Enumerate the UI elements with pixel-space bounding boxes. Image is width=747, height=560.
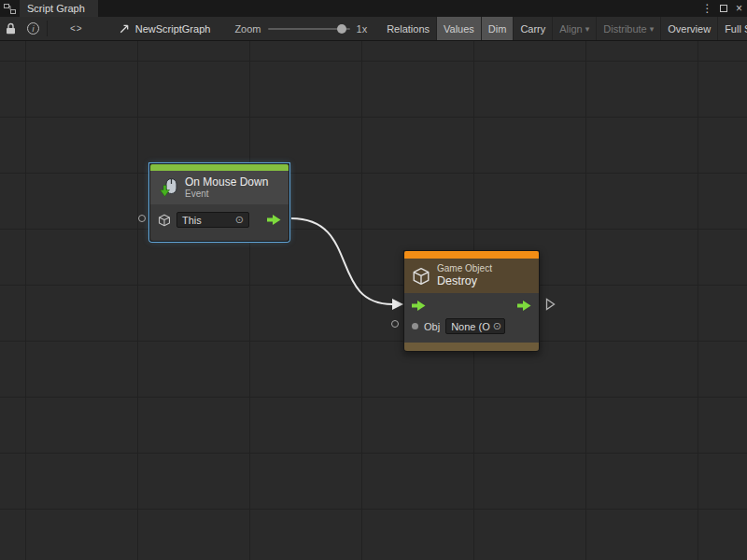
button-distribute[interactable]: Distribute ▾ — [597, 17, 661, 40]
tab-title: Script Graph — [27, 3, 85, 14]
node-accent-strip — [150, 164, 289, 171]
align-label: Align — [559, 23, 582, 35]
button-full-screen[interactable]: Full S — [718, 17, 747, 40]
unconnected-output-port[interactable] — [545, 298, 556, 311]
game-object-icon — [158, 214, 171, 227]
game-object-icon — [412, 267, 430, 286]
script-graph-asset-icon — [119, 23, 130, 35]
obj-input-port[interactable] — [391, 320, 399, 328]
button-carry[interactable]: Carry — [514, 17, 553, 40]
lock-icon — [6, 22, 16, 35]
graph-reference[interactable]: NewScriptGraph — [119, 17, 211, 40]
info-icon: i — [27, 22, 39, 35]
maximize-icon — [720, 5, 727, 12]
distribute-label: Distribute — [603, 23, 646, 35]
lock-button[interactable] — [0, 17, 21, 40]
node-destroy[interactable]: Game Object Destroy — [403, 250, 540, 352]
control-output-port[interactable] — [267, 215, 281, 225]
node-titles: Game Object Destroy — [437, 263, 492, 288]
edit-graph-button[interactable]: <> — [64, 17, 89, 40]
button-dim[interactable]: Dim — [482, 17, 514, 40]
zoom-value: 1x — [357, 23, 368, 35]
obj-field-value: None (O — [451, 321, 490, 332]
node-ports: This ⊙ — [150, 204, 289, 241]
chevron-down-icon: ▾ — [650, 24, 655, 34]
target-field-value: This — [182, 215, 202, 226]
button-relations[interactable]: Relations — [380, 17, 437, 40]
hollow-arrow-icon — [545, 298, 556, 311]
tab-script-graph[interactable]: Script Graph — [20, 0, 98, 17]
graph-toolbar: i <> NewScriptGraph Zoom 1x Relations Va… — [0, 17, 747, 41]
flow-arrow-icon — [412, 301, 426, 311]
toolbar-buttons: Relations Values Dim Carry Align ▾ Distr… — [380, 17, 747, 40]
node-category: Game Object — [437, 263, 492, 274]
zoom-slider-handle[interactable] — [337, 24, 346, 34]
connection-wire — [0, 41, 747, 560]
button-align[interactable]: Align ▾ — [553, 17, 597, 40]
object-picker-icon[interactable]: ⊙ — [235, 214, 244, 226]
obj-field[interactable]: None (O ⊙ — [445, 318, 505, 334]
flow-arrow-icon — [267, 215, 281, 225]
window-menu-button[interactable]: ⋮ — [699, 0, 715, 17]
node-title: On Mouse Down — [185, 175, 268, 189]
obj-label: Obj — [424, 321, 440, 332]
control-output-port[interactable] — [517, 301, 531, 313]
graph-canvas[interactable]: On Mouse Down Event This ⊙ — [0, 41, 747, 560]
obj-input-row: Obj None (O ⊙ — [404, 316, 539, 343]
button-values[interactable]: Values — [437, 17, 482, 40]
flow-arrow-icon — [517, 301, 531, 311]
node-title: Destroy — [437, 274, 492, 288]
button-overview[interactable]: Overview — [661, 17, 718, 40]
node-on-mouse-down[interactable]: On Mouse Down Event This ⊙ — [149, 163, 289, 242]
zoom-label: Zoom — [234, 23, 261, 35]
maximize-button[interactable] — [715, 0, 731, 17]
window-titlebar: Script Graph ⋮ × — [0, 0, 747, 17]
graph-window-icon — [0, 0, 20, 17]
node-accent-strip — [404, 251, 539, 259]
node-header[interactable]: On Mouse Down Event — [150, 171, 289, 204]
zoom-slider[interactable] — [268, 28, 350, 30]
chevron-down-icon: ▾ — [585, 24, 590, 34]
control-flow-row — [404, 293, 539, 316]
titlebar-spacer — [98, 0, 699, 17]
mouse-down-event-icon — [158, 177, 178, 198]
node-titles: On Mouse Down Event — [185, 175, 268, 200]
code-icon: <> — [70, 23, 83, 34]
node-ports: Obj None (O ⊙ — [404, 293, 539, 343]
node-header[interactable]: Game Object Destroy — [404, 259, 539, 293]
value-port-dot[interactable] — [412, 323, 418, 329]
close-button[interactable]: × — [731, 0, 747, 17]
node-subtitle: Event — [185, 189, 268, 200]
target-field[interactable]: This ⊙ — [176, 212, 249, 228]
node-footer — [404, 343, 539, 351]
object-picker-icon[interactable]: ⊙ — [493, 320, 501, 332]
target-input-port[interactable] — [138, 215, 146, 222]
info-button[interactable]: i — [21, 17, 45, 40]
graph-name-label: NewScriptGraph — [135, 23, 211, 35]
toolbar-divider — [47, 21, 48, 36]
control-input-port[interactable] — [412, 301, 426, 313]
zoom-control: Zoom 1x — [234, 17, 367, 40]
